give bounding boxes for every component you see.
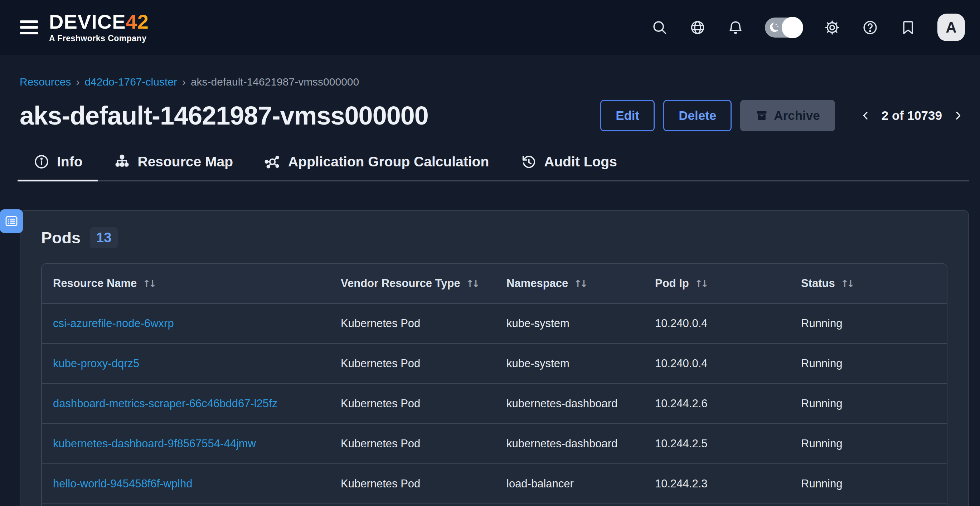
cell-vendor_resource_type: Kubernetes Pod	[341, 477, 506, 490]
delete-button[interactable]: Delete	[663, 100, 732, 131]
cell-value: kube-system	[506, 357, 570, 370]
cell-value: Kubernetes Pod	[341, 397, 420, 410]
breadcrumb-resources[interactable]: Resources	[20, 75, 71, 89]
cell-resource_name: kube-proxy-dqrz5	[42, 357, 341, 370]
column-label: Vendor Resource Type	[341, 277, 460, 290]
gear-icon[interactable]	[824, 19, 841, 36]
cell-value: Kubernetes Pod	[341, 437, 420, 450]
sort-icon[interactable]: ↑↓	[466, 278, 480, 289]
tab-audit-logs-label: Audit Logs	[544, 154, 617, 170]
cell-resource_name: hello-world-945458f6f-wplhd	[42, 477, 341, 490]
history-icon	[520, 154, 537, 170]
cell-pod_ip: 10.240.0.4	[655, 357, 801, 370]
prev-page-icon[interactable]	[859, 108, 873, 123]
sitemap-icon	[114, 154, 130, 170]
topbar-icons: A	[651, 14, 965, 41]
info-icon	[33, 154, 50, 170]
table-row: kube-proxy-dqrz5Kubernetes Podkube-syste…	[42, 344, 947, 384]
archive-icon	[755, 109, 768, 122]
cell-value: 10.244.2.6	[655, 397, 708, 410]
breadcrumb-separator: ›	[182, 75, 186, 89]
resource-name-link[interactable]: dashboard-metrics-scraper-66c46bdd67-l25…	[53, 397, 277, 410]
help-icon[interactable]	[862, 19, 879, 36]
tab-resource-map[interactable]: Resource Map	[98, 154, 249, 180]
resource-name-link[interactable]: kubernetes-dashboard-9f8567554-44jmw	[53, 437, 256, 450]
globe-icon[interactable]	[689, 19, 706, 36]
sort-icon[interactable]: ↑↓	[841, 278, 855, 289]
column-header-status[interactable]: Status↑↓	[801, 277, 947, 290]
pagination: 2 of 10739	[859, 108, 965, 123]
info-panel: Pods 13 Resource Name↑↓Vendor Resource T…	[20, 210, 969, 506]
cell-namespace: kube-system	[506, 357, 655, 370]
column-header-pod_ip[interactable]: Pod Ip↑↓	[655, 277, 801, 290]
molecule-icon	[264, 154, 281, 170]
page-actions: Edit Delete Archive 2 of 10739	[600, 100, 965, 131]
brand: DEVICE42 A Freshworks Company	[20, 11, 149, 43]
logo-tagline: A Freshworks Company	[49, 33, 149, 43]
cell-vendor_resource_type: Kubernetes Pod	[341, 397, 506, 410]
pagination-label: 2 of 10739	[881, 108, 942, 123]
cell-value: load-balancer	[506, 477, 574, 490]
sort-icon[interactable]: ↑↓	[574, 278, 588, 289]
column-label: Pod Ip	[655, 277, 689, 290]
breadcrumb-cluster[interactable]: d42do-1767-cluster	[84, 75, 177, 89]
cell-vendor_resource_type: Kubernetes Pod	[341, 357, 506, 370]
resource-name-link[interactable]: csi-azurefile-node-6wxrp	[53, 317, 174, 329]
avatar[interactable]: A	[937, 14, 965, 41]
tab-info-label: Info	[57, 154, 82, 170]
cell-resource_name: csi-azurefile-node-6wxrp	[42, 317, 341, 330]
tab-application-group-calculation-label: Application Group Calculation	[288, 154, 489, 170]
device42-logo[interactable]: DEVICE42 A Freshworks Company	[49, 11, 149, 43]
sort-icon[interactable]: ↑↓	[695, 278, 709, 289]
breadcrumb-separator: ›	[76, 75, 80, 89]
cell-pod_ip: 10.244.2.6	[655, 397, 801, 410]
table-row: dashboard-metrics-scraper-66c46bdd67-l25…	[42, 384, 947, 424]
tab-application-group-calculation[interactable]: Application Group Calculation	[249, 154, 505, 180]
cell-status: Running	[801, 317, 947, 330]
cell-resource_name: kubernetes-dashboard-9f8567554-44jmw	[42, 437, 341, 450]
cell-value: kube-system	[506, 317, 570, 329]
logo-text: DEVICE42	[49, 11, 149, 32]
cell-status: Running	[801, 437, 947, 450]
edit-button[interactable]: Edit	[600, 100, 655, 131]
hamburger-menu-icon[interactable]	[20, 19, 38, 36]
tab-bar: Info Resource Map Application Group Calc…	[18, 154, 969, 181]
cell-value: Running	[801, 357, 842, 370]
sort-icon[interactable]: ↑↓	[142, 278, 156, 289]
search-icon[interactable]	[651, 19, 668, 36]
cell-value: Running	[801, 397, 842, 410]
bell-icon[interactable]	[727, 19, 744, 36]
tab-audit-logs[interactable]: Audit Logs	[505, 154, 633, 180]
cell-pod_ip: 10.244.2.3	[655, 477, 801, 490]
cell-value: kubernetes-dashboard	[506, 397, 617, 410]
cell-namespace: kube-system	[506, 317, 655, 330]
dark-mode-toggle[interactable]	[765, 18, 803, 38]
resource-name-link[interactable]: hello-world-945458f6f-wplhd	[53, 477, 192, 490]
column-header-namespace[interactable]: Namespace↑↓	[506, 277, 655, 290]
logo-accent: 42	[126, 10, 149, 33]
column-label: Namespace	[506, 277, 568, 290]
column-header-vendor_resource_type[interactable]: Vendor Resource Type↑↓	[341, 277, 506, 290]
cell-pod_ip: 10.240.0.4	[655, 317, 801, 330]
cell-pod_ip: 10.244.2.5	[655, 437, 801, 450]
cell-value: kubernetes-dashboard	[506, 437, 617, 450]
column-header-resource_name[interactable]: Resource Name↑↓	[42, 277, 341, 290]
tab-info[interactable]: Info	[18, 154, 98, 180]
cell-namespace: kubernetes-dashboard	[506, 397, 655, 410]
archive-label: Archive	[774, 108, 820, 123]
table-header-row: Resource Name↑↓Vendor Resource Type↑↓Nam…	[42, 264, 947, 304]
next-page-icon[interactable]	[951, 108, 965, 123]
resource-name-link[interactable]: kube-proxy-dqrz5	[53, 357, 139, 370]
cell-value: Running	[801, 437, 842, 450]
pods-table: Resource Name↑↓Vendor Resource Type↑↓Nam…	[41, 263, 947, 506]
column-label: Status	[801, 277, 835, 290]
bookmark-icon[interactable]	[899, 19, 916, 36]
cell-namespace: kubernetes-dashboard	[506, 437, 655, 450]
cell-value: 10.240.0.4	[655, 357, 708, 370]
cell-resource_name: dashboard-metrics-scraper-66c46bdd67-l25…	[42, 397, 341, 410]
sidebar-toggle[interactable]	[0, 209, 23, 233]
topbar: DEVICE42 A Freshworks Company	[0, 0, 980, 55]
table-row: hello-world-945458f6f-wplhdKubernetes Po…	[42, 464, 947, 504]
archive-button[interactable]: Archive	[740, 100, 835, 131]
cell-value: Kubernetes Pod	[341, 357, 420, 370]
